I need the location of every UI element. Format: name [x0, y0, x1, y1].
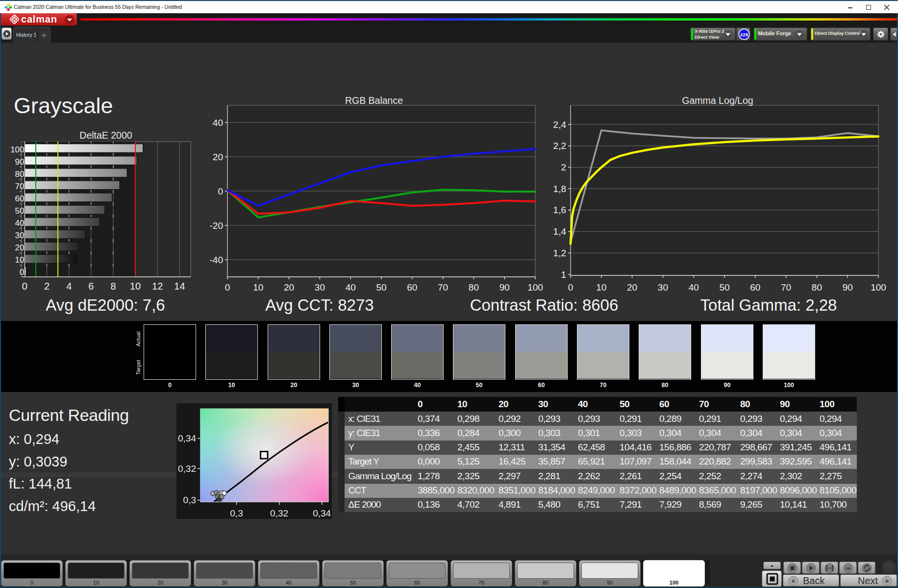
svg-text:20: 20 — [15, 243, 25, 252]
svg-text:40: 40 — [689, 282, 699, 293]
svg-text:1,4: 1,4 — [553, 226, 567, 237]
svg-text:20: 20 — [213, 152, 223, 162]
svg-text:Avg CCT: 8273: Avg CCT: 8273 — [265, 296, 374, 314]
svg-text:40: 40 — [346, 282, 356, 293]
svg-text:60: 60 — [750, 282, 760, 293]
svg-text:0,34: 0,34 — [178, 433, 196, 443]
svg-text:1,8: 1,8 — [553, 184, 566, 194]
svg-text:«: « — [792, 577, 796, 585]
svg-text:30: 30 — [315, 282, 325, 293]
svg-text:80: 80 — [812, 282, 822, 293]
svg-text:70: 70 — [781, 282, 791, 293]
svg-text:8: 8 — [110, 281, 116, 292]
svg-text:80: 80 — [469, 282, 479, 293]
svg-text:14: 14 — [174, 281, 185, 292]
svg-text:20: 20 — [627, 282, 637, 293]
svg-text:0: 0 — [218, 186, 223, 196]
svg-text:Grayscale: Grayscale — [14, 93, 113, 118]
svg-text:30: 30 — [15, 231, 25, 240]
svg-text:50: 50 — [15, 206, 25, 216]
svg-text:10: 10 — [15, 255, 25, 265]
svg-text:228: 228 — [740, 32, 748, 37]
svg-text:80: 80 — [15, 170, 25, 179]
svg-text:10: 10 — [130, 281, 141, 292]
svg-text:»: » — [885, 577, 889, 585]
svg-text:RGB Balance: RGB Balance — [345, 95, 403, 106]
svg-text:-40: -40 — [210, 255, 223, 265]
svg-text:100: 100 — [871, 282, 886, 293]
svg-text:30: 30 — [658, 282, 668, 293]
svg-text:-20: -20 — [210, 220, 223, 231]
svg-text:10: 10 — [596, 282, 606, 293]
svg-text:0,32: 0,32 — [270, 508, 288, 518]
svg-text:DeltaE 2000: DeltaE 2000 — [79, 130, 132, 141]
svg-text:2,2: 2,2 — [553, 141, 566, 151]
svg-text:Avg dE2000: 7,6: Avg dE2000: 7,6 — [46, 296, 165, 314]
svg-text:70: 70 — [15, 182, 25, 191]
svg-text:40: 40 — [213, 118, 223, 128]
svg-text:Total Gamma: 2,28: Total Gamma: 2,28 — [700, 296, 837, 314]
svg-text:90: 90 — [499, 282, 510, 293]
svg-text:Contrast Ratio: 8606: Contrast Ratio: 8606 — [470, 296, 619, 314]
svg-text:40: 40 — [15, 219, 25, 228]
svg-text:100: 100 — [527, 282, 543, 293]
svg-text:90: 90 — [15, 157, 25, 167]
svg-text:4: 4 — [66, 281, 72, 292]
svg-text:90: 90 — [843, 282, 853, 293]
svg-text:0: 0 — [22, 281, 27, 292]
svg-text:0,3: 0,3 — [230, 508, 243, 518]
svg-text:10: 10 — [253, 282, 263, 293]
svg-text:0: 0 — [568, 282, 574, 293]
svg-text:2: 2 — [44, 281, 50, 292]
svg-text:60: 60 — [15, 194, 25, 203]
svg-text:0,32: 0,32 — [178, 464, 196, 474]
svg-text:50: 50 — [376, 282, 386, 293]
svg-text:0: 0 — [225, 282, 230, 293]
svg-text:0,3: 0,3 — [183, 495, 196, 505]
svg-text:6: 6 — [88, 281, 94, 292]
svg-text:∞: ∞ — [846, 564, 850, 572]
svg-text:50: 50 — [719, 282, 729, 293]
svg-text:20: 20 — [284, 282, 294, 293]
svg-text:1,2: 1,2 — [553, 248, 566, 258]
svg-text:0: 0 — [20, 268, 24, 277]
svg-text:2,4: 2,4 — [553, 120, 567, 130]
svg-text:0,34: 0,34 — [313, 508, 331, 518]
svg-text:70: 70 — [438, 282, 448, 293]
svg-text:1: 1 — [561, 270, 566, 280]
svg-text:2: 2 — [561, 162, 566, 172]
svg-text:100: 100 — [10, 145, 24, 154]
svg-text:60: 60 — [407, 282, 417, 293]
svg-text:1,6: 1,6 — [553, 205, 566, 215]
svg-text:Gamma Log/Log: Gamma Log/Log — [682, 95, 753, 106]
svg-text:12: 12 — [152, 281, 163, 292]
